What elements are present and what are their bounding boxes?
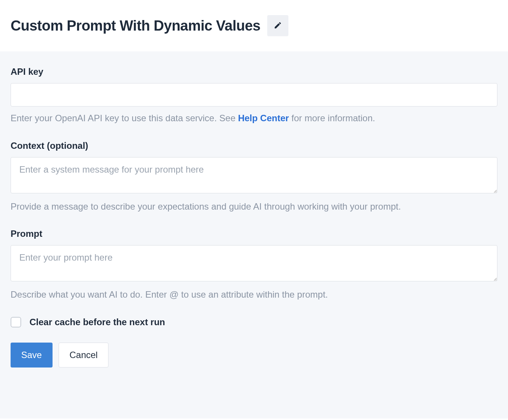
api-key-help: Enter your OpenAI API key to use this da… [11,112,497,125]
clear-cache-checkbox[interactable] [11,317,21,327]
prompt-input[interactable] [11,245,497,281]
page-title: Custom Prompt With Dynamic Values [11,18,260,34]
save-button[interactable]: Save [11,343,53,368]
pencil-icon [274,21,282,31]
api-key-label: API key [11,66,497,77]
cancel-button[interactable]: Cancel [59,343,109,368]
api-key-input[interactable] [11,83,497,107]
context-help: Provide a message to describe your expec… [11,200,497,213]
prompt-label: Prompt [11,229,497,239]
api-key-help-before: Enter your OpenAI API key to use this da… [11,113,238,123]
context-input[interactable] [11,157,497,193]
help-center-link[interactable]: Help Center [238,113,289,123]
clear-cache-label: Clear cache before the next run [29,317,165,327]
api-key-help-after: for more information. [289,113,375,123]
prompt-help: Describe what you want AI to do. Enter @… [11,288,497,301]
context-label: Context (optional) [11,141,497,151]
edit-title-button[interactable] [267,15,288,36]
